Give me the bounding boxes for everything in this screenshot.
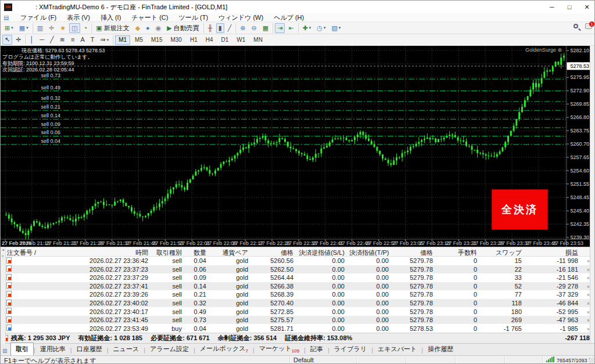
search-icon[interactable] [574,24,578,28]
navigator-button[interactable]: ★ [58,23,68,33]
orders-header-7[interactable]: 決済指値(T/P) [347,247,391,256]
menu-item-4[interactable]: ツール (T) [173,13,213,22]
order-row-7[interactable]: 2026.02.27 23:41:45sell0.73gold5275.570.… [1,316,595,325]
crosshair-button[interactable]: ✛ [13,35,23,45]
notifications-icon[interactable]: 1 [585,23,592,29]
strategy-tester-button[interactable]: ◔ [81,23,90,33]
orders-header-row[interactable]: 注文番号 /時間取引種別数量通貨ペア価格決済逆指値(S/L)決済指値(T/P)価… [1,247,595,257]
timeframe-m15[interactable]: M15 [148,35,166,45]
trendline-button[interactable]: ╱ [48,35,56,45]
close-all-button[interactable]: 全決済 [492,189,548,230]
timeframe-w1[interactable]: W1 [233,35,249,45]
new-chart-button[interactable]: ⊞▾ [2,23,16,33]
order-cell-11: -16 181 [524,266,580,273]
tab-6[interactable]: マーケット105 [255,343,304,355]
order-row-0[interactable]: 2026.02.27 23:36:42sell0.04gold5260.560.… [1,257,595,265]
orders-header-11[interactable]: 損益 [524,247,580,256]
terminal-button[interactable]: ◫ [69,23,80,33]
auto-scroll-button[interactable]: ⇥ [275,23,285,33]
text-label-button[interactable]: T [88,35,97,45]
tab-1[interactable]: 運用比率 [35,343,70,355]
tab-4[interactable]: アラーム設定 [145,343,193,355]
auto-trading-icon: ▶ [167,24,171,33]
tab-2[interactable]: 口座履歴 [72,343,107,355]
timeframe-mn[interactable]: MN [250,35,266,45]
scripts-button[interactable]: ◆ [133,23,142,33]
timeframe-d1[interactable]: D1 [218,35,232,45]
fibonacci-button[interactable]: ≋ [58,35,67,45]
bar-chart-button[interactable]: ╫ [206,23,215,33]
timeframe-h4[interactable]: H4 [202,35,217,45]
order-row-6[interactable]: 2026.02.27 23:40:17sell0.49gold5272.850.… [1,307,595,316]
menu-item-5[interactable]: ウィンドウ (W) [213,13,268,22]
text-button[interactable]: A [78,35,87,45]
cursor-button[interactable]: ↖ [2,35,12,45]
tab-9[interactable]: エキスパート [373,343,421,355]
status-connection[interactable]: 765457/1093 kb [543,356,591,364]
horizontal-line-button[interactable]: ─ [37,35,46,45]
timeframe-h1[interactable]: H1 [187,35,201,45]
metaeditor-button[interactable]: ● [144,23,152,33]
line-chart-button[interactable]: ╱ [225,23,234,33]
timeframe-m5[interactable]: M5 [131,35,146,45]
tab-3[interactable]: ニュース [109,343,144,355]
vertical-line-button[interactable]: │ [27,35,36,45]
orders-header-6[interactable]: 決済逆指値(S/L) [296,247,347,256]
order-row-8[interactable]: 2026.02.27 23:53:49buy0.04gold5281.710.0… [1,324,595,333]
orders-header-8[interactable]: 価格 [391,247,435,256]
orders-header-10[interactable]: スワップ [479,247,524,256]
orders-header-9[interactable]: 手数料 [435,247,479,256]
tab-0[interactable]: 取引 [10,343,34,355]
order-row-1[interactable]: 2026.02.27 23:37:23sell0.06gold5262.500.… [1,265,595,274]
tab-7[interactable]: 記事 [306,343,328,355]
zoom-in-button[interactable]: ⊕ [238,23,248,33]
new-order-button[interactable]: ▣新規注文 [94,23,131,33]
orders-header-4[interactable]: 通貨ペア [209,247,250,256]
orders-header-3[interactable]: 数量 [184,247,209,256]
indicators-button[interactable]: ✚▾ [300,23,314,33]
order-row-4[interactable]: 2026.02.27 23:39:26sell0.21gold5268.390.… [1,290,595,299]
maximize-button[interactable]: □ [561,1,578,13]
timeframe-m1[interactable]: M1 [115,35,130,45]
zoom-out-button[interactable]: ⊖ [249,23,259,33]
data-window-button[interactable]: ✛ [46,23,56,33]
orders-header-0[interactable]: 注文番号 / [1,247,66,256]
account-segment-2: 必要証拠金: 671 671 [150,334,209,343]
orders-header-2[interactable]: 取引種別 [150,247,184,256]
order-row-3[interactable]: 2026.02.27 23:37:41sell0.14gold5266.380.… [1,282,595,291]
close-button[interactable]: ✕ [578,1,595,13]
resize-grip[interactable] [589,358,595,364]
chart-profiles-button[interactable]: ▦▾ [17,23,31,33]
auto-trading-button[interactable]: ▶自動売買 [164,23,201,33]
channels-button[interactable]: ≡ [69,35,77,45]
minimize-button[interactable]: ─ [543,1,561,13]
order-row-5[interactable]: 2026.02.27 23:40:02sell0.32gold5270.400.… [1,299,595,308]
mql5-community-button[interactable]: ◉ [153,23,164,33]
tab-5[interactable]: メールボックス7 [195,343,253,355]
orders-header-5[interactable]: 価格 [250,247,296,256]
order-row-2[interactable]: 2026.02.27 23:37:29sell0.09gold5264.440.… [1,273,595,282]
svg-text:5275.95: 5275.95 [570,74,589,80]
status-profile[interactable]: Default [290,356,357,364]
menu-item-3[interactable]: チャート (C) [126,13,173,22]
tab-10[interactable]: 操作履歴 [423,343,458,355]
orders-header-1[interactable]: 時間 [66,247,150,256]
menu-item-1[interactable]: 表示 (V) [62,13,95,22]
arrows-button[interactable]: ⇒▾ [98,35,111,45]
periods-button[interactable]: ◷▾ [314,23,328,33]
tab-8[interactable]: ライブラリ [329,343,371,355]
menu-item-0[interactable]: ファイル (F) [15,13,62,22]
market-watch-button[interactable]: ▥ [35,23,45,33]
chart-shift-button[interactable]: ⇤ [286,23,296,33]
tile-windows-button[interactable]: ▦ [260,23,271,33]
menu-item-2[interactable]: 挿入 (I) [95,13,126,22]
order-cell-9: 0 [435,291,479,298]
terminal-close-icon[interactable]: × [1,247,6,253]
order-cell-2: buy [150,325,184,332]
templates-button[interactable]: ▧▾ [329,23,343,33]
sell-order-icon [6,308,12,314]
chart-area[interactable]: 5282.105279.055275.955272.905269.855266.… [1,46,595,247]
candle-chart-button[interactable]: ▮ [216,23,224,33]
menu-item-6[interactable]: ヘルプ (H) [268,13,309,22]
timeframe-m30[interactable]: M30 [167,35,185,45]
